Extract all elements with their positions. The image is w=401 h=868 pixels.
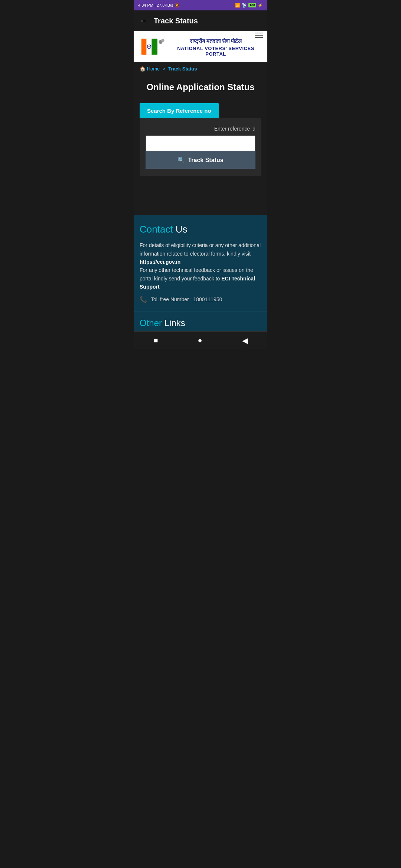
toll-free-row: 📞 Toll free Number : 1800111950 (140, 295, 261, 305)
search-icon: 🔍 (177, 157, 185, 164)
input-label: Enter reference id (146, 126, 255, 132)
breadcrumb-home-icon: 🏠 (140, 66, 147, 72)
portal-banner: राष्ट्रीय मतदाता सेवा पोर्टल NATIONAL VO… (134, 31, 267, 62)
battery-indicator: 100 (248, 3, 256, 7)
status-bar-icons: 📶 📡 100 ⚡ (235, 3, 263, 8)
track-status-button[interactable]: 🔍 Track Status (146, 151, 255, 169)
tab-row: Search By Reference no (134, 103, 267, 118)
page-heading: Online Application Status (134, 75, 267, 103)
contact-heading-cyan: Contact (140, 224, 173, 235)
other-links-white: Links (164, 318, 185, 328)
network-speed: 27.8KB/s (157, 3, 173, 7)
other-links-cyan: Other (140, 318, 162, 328)
banner-hindi-text: राष्ट्रीय मतदाता सेवा पोर्टल (170, 37, 261, 45)
search-by-reference-tab[interactable]: Search By Reference no (140, 103, 219, 118)
toll-free-text: Toll free Number : 1800111950 (151, 295, 222, 303)
main-content: 🏠 Home > Track Status Online Application… (134, 62, 267, 215)
wifi-icon: 📡 (242, 3, 247, 8)
recent-apps-button[interactable]: ■ (149, 335, 162, 346)
contact-section: Contact Us For details of eligibility cr… (134, 215, 267, 312)
other-links-section: Other Links (134, 312, 267, 331)
contact-eci-link[interactable]: https://eci.gov.in (140, 259, 180, 265)
svg-rect-3 (151, 39, 157, 55)
breadcrumb-separator: > (163, 66, 166, 72)
search-card: Enter reference id 🔍 Track Status (140, 118, 261, 176)
track-button-label: Track Status (188, 157, 223, 164)
toll-free-number: 1800111950 (193, 296, 222, 302)
breadcrumb-current-page: Track Status (168, 66, 197, 72)
svg-point-5 (161, 39, 164, 42)
toll-free-label: Toll free Number : (151, 296, 192, 302)
eci-logo-icon (140, 36, 166, 58)
signal-icon: 📶 (235, 3, 240, 8)
banner-text-area: राष्ट्रीय मतदाता सेवा पोर्टल NATIONAL VO… (170, 37, 261, 57)
svg-rect-1 (141, 39, 147, 55)
back-button[interactable]: ← (140, 16, 148, 26)
content-spacer (134, 185, 267, 215)
back-nav-button[interactable]: ◀ (238, 335, 252, 346)
contact-text-1: For details of eligibility criteria or a… (140, 242, 261, 256)
contact-body: For details of eligibility criteria or a… (140, 241, 261, 304)
reference-id-input[interactable] (146, 135, 255, 151)
home-button[interactable]: ● (193, 335, 207, 346)
contact-heading: Contact Us (140, 224, 261, 235)
breadcrumb-home-link[interactable]: Home (147, 66, 160, 72)
time-display: 4:34 PM (138, 3, 153, 7)
bottom-nav-bar: ■ ● ◀ (134, 331, 267, 349)
other-links-heading: Other Links (140, 318, 261, 328)
phone-icon: 📞 (140, 295, 147, 305)
status-bar-info: 4:34 PM | 27.8KB/s 🔕 (138, 3, 180, 8)
charging-icon: ⚡ (258, 3, 263, 8)
nav-title: Track Status (154, 17, 198, 25)
breadcrumb: 🏠 Home > Track Status (134, 62, 267, 75)
contact-heading-white: Us (176, 224, 188, 235)
mute-icon: 🔕 (175, 3, 180, 7)
top-nav-bar: ← Track Status (134, 10, 267, 31)
status-bar: 4:34 PM | 27.8KB/s 🔕 📶 📡 100 ⚡ (134, 0, 267, 10)
banner-english-text: NATIONAL VOTERS' SERVICES PORTAL (170, 46, 261, 57)
